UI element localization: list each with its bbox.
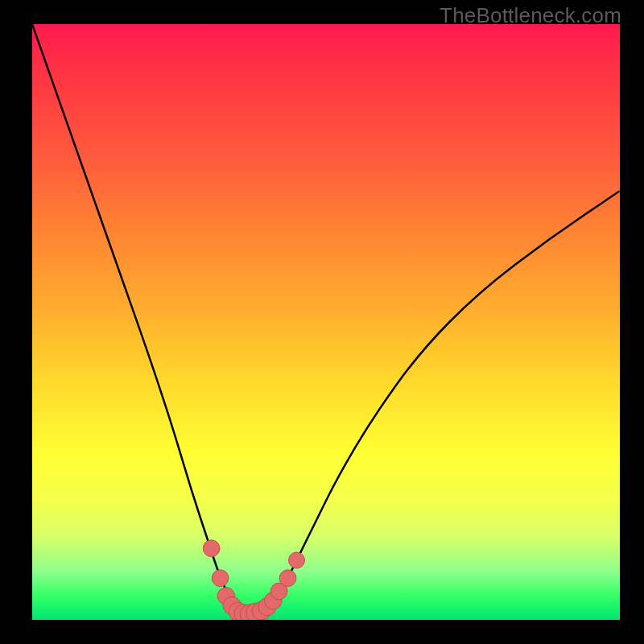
curve-markers xyxy=(203,540,304,620)
curve-marker xyxy=(203,540,220,557)
bottleneck-chart xyxy=(32,24,620,620)
curve-marker xyxy=(288,552,304,568)
plot-area xyxy=(32,24,620,620)
chart-frame: TheBottleneck.com xyxy=(0,0,644,644)
curve-marker xyxy=(212,570,229,587)
bottleneck-curve-line xyxy=(32,24,620,614)
curve-marker xyxy=(279,570,296,587)
